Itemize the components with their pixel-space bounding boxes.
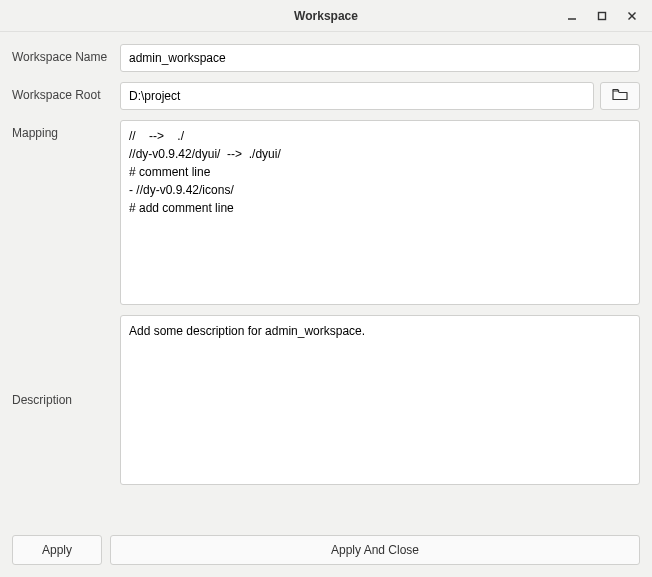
form-area: Workspace Name Workspace Root Mapping — [0, 32, 652, 497]
folder-icon — [612, 88, 628, 104]
svg-rect-1 — [599, 13, 606, 20]
mapping-label: Mapping — [12, 120, 114, 140]
maximize-button[interactable] — [588, 4, 616, 28]
workspace-root-label: Workspace Root — [12, 82, 114, 102]
apply-and-close-button[interactable]: Apply And Close — [110, 535, 640, 565]
description-input[interactable] — [120, 315, 640, 485]
workspace-name-input[interactable] — [120, 44, 640, 72]
workspace-name-label: Workspace Name — [12, 44, 114, 64]
workspace-name-row: Workspace Name — [12, 44, 640, 72]
mapping-input[interactable] — [120, 120, 640, 305]
browse-folder-button[interactable] — [600, 82, 640, 110]
description-row: Description — [12, 315, 640, 485]
title-bar: Workspace — [0, 0, 652, 32]
footer-buttons: Apply Apply And Close — [0, 525, 652, 577]
description-label: Description — [12, 393, 114, 407]
workspace-root-row: Workspace Root — [12, 82, 640, 110]
close-button[interactable] — [618, 4, 646, 28]
minimize-button[interactable] — [558, 4, 586, 28]
window-controls — [558, 0, 646, 32]
mapping-row: Mapping — [12, 120, 640, 305]
window-title: Workspace — [294, 9, 358, 23]
apply-button[interactable]: Apply — [12, 535, 102, 565]
workspace-root-input[interactable] — [120, 82, 594, 110]
